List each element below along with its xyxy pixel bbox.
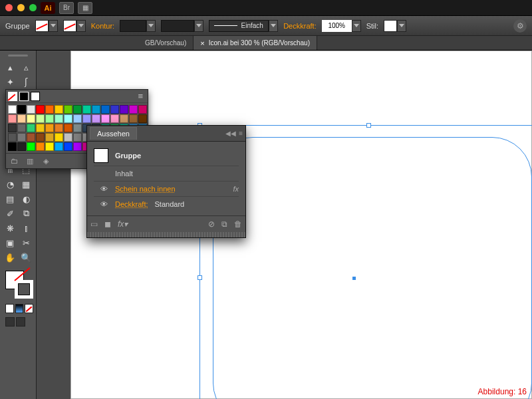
swatch-color[interactable] xyxy=(110,105,119,114)
swatch-color[interactable] xyxy=(36,133,45,142)
swatch-color[interactable] xyxy=(101,114,110,123)
visibility-toggle-icon[interactable]: 👁 xyxy=(100,185,108,193)
swatch-color[interactable] xyxy=(55,114,63,123)
color-mode-button[interactable] xyxy=(5,304,14,313)
slice-tool[interactable]: ✂ xyxy=(19,236,33,249)
swatch-color[interactable] xyxy=(120,114,128,123)
stroke-weight-dropdown[interactable] xyxy=(146,20,156,32)
selection-tool[interactable]: ▴ xyxy=(3,61,17,74)
swatch-color[interactable] xyxy=(73,114,82,123)
swatch-color[interactable] xyxy=(101,105,110,114)
swatch-none[interactable] xyxy=(8,92,17,101)
duplicate-item[interactable]: ⧉ xyxy=(221,219,227,229)
swatch-color[interactable] xyxy=(138,114,147,123)
panel-resize-grip[interactable] xyxy=(87,232,245,237)
swatch-color[interactable] xyxy=(8,114,17,123)
swatch-libraries-menu[interactable]: 🗀 xyxy=(9,156,19,166)
swatch-color[interactable] xyxy=(17,133,26,142)
variable-width-field[interactable] xyxy=(161,20,194,32)
swatch-color[interactable] xyxy=(8,142,17,151)
swatch-color[interactable] xyxy=(45,124,54,132)
stroke-color-swatch[interactable] xyxy=(63,20,76,32)
swatch-color[interactable] xyxy=(36,142,45,151)
close-tab-icon[interactable]: × xyxy=(200,39,204,47)
show-swatch-kinds[interactable]: ▥ xyxy=(25,156,35,166)
swatch-color[interactable] xyxy=(45,114,54,123)
swatch-color[interactable] xyxy=(73,142,82,151)
swatch-color[interactable] xyxy=(129,105,138,114)
swatch-color[interactable] xyxy=(17,114,26,123)
bridge-button[interactable]: Br xyxy=(59,2,74,14)
collapse-panel-icon[interactable]: ◀◀ xyxy=(225,130,236,137)
swatch-color[interactable] xyxy=(64,124,72,132)
swatch-color[interactable] xyxy=(36,105,45,114)
swatch-color[interactable] xyxy=(64,105,72,114)
swatch-color[interactable] xyxy=(73,105,82,114)
zoom-tool[interactable]: 🔍 xyxy=(19,251,33,264)
brush-definition[interactable]: Einfach xyxy=(209,20,269,32)
add-new-stroke[interactable]: ▭ xyxy=(90,219,98,229)
lasso-tool[interactable]: ʃ xyxy=(19,75,33,88)
opacity-dropdown[interactable] xyxy=(352,20,361,32)
swatch-color[interactable] xyxy=(138,105,147,114)
appearance-contents-row[interactable]: Inhalt xyxy=(94,166,239,181)
clear-appearance[interactable]: ⊘ xyxy=(208,219,215,229)
delete-item[interactable]: 🗑 xyxy=(234,219,242,229)
swatch-color[interactable] xyxy=(17,124,26,132)
swatch-color[interactable] xyxy=(120,105,128,114)
eyedropper-tool[interactable]: ✐ xyxy=(3,207,17,220)
stroke-weight-field[interactable] xyxy=(120,20,146,32)
artboard-tool[interactable]: ▣ xyxy=(3,236,17,249)
swatch-color[interactable] xyxy=(73,133,82,142)
document-tab-1[interactable]: GB/Vorschau) xyxy=(0,36,194,50)
fx-badge[interactable]: fx xyxy=(233,185,239,193)
hand-tool[interactable]: ✋ xyxy=(3,251,17,264)
arrange-documents-button[interactable]: ▦ xyxy=(78,2,92,14)
resize-handle[interactable] xyxy=(198,275,202,280)
swatch-color[interactable] xyxy=(55,133,63,142)
swatch-color[interactable] xyxy=(64,142,72,151)
fill-color-swatch[interactable] xyxy=(35,20,49,32)
zoom-window-button[interactable] xyxy=(29,4,37,11)
swatches-flyout-menu[interactable]: ≡ xyxy=(138,91,146,101)
swatch-color[interactable] xyxy=(129,114,138,123)
swatch-color[interactable] xyxy=(45,105,54,114)
swatch-color[interactable] xyxy=(55,105,63,114)
swatch-color[interactable] xyxy=(27,142,35,151)
swatch-color[interactable] xyxy=(36,124,45,132)
magic-wand-tool[interactable]: ✦ xyxy=(3,75,17,88)
selected-path[interactable] xyxy=(213,137,532,399)
gradient-tool[interactable]: ◐ xyxy=(19,192,33,205)
gradient-mode-button[interactable] xyxy=(15,304,24,313)
swatch-color[interactable] xyxy=(92,114,100,123)
swatch-color[interactable] xyxy=(64,133,72,142)
appearance-effect-link[interactable]: Schein nach innen xyxy=(115,185,176,193)
appearance-opacity-row[interactable]: Deckkraft: Standard xyxy=(94,196,239,211)
blend-tool[interactable]: ⧉ xyxy=(19,207,33,220)
screen-mode-normal[interactable] xyxy=(5,317,15,327)
swatch-color[interactable] xyxy=(8,105,17,114)
document-tab-2[interactable]: × Icon.ai bei 300 % (RGB/Vorschau) xyxy=(194,36,317,50)
swatch-color[interactable] xyxy=(55,124,63,132)
perspective-tool[interactable]: ▦ xyxy=(19,178,33,191)
stroke-dropdown[interactable] xyxy=(76,20,86,32)
minimize-window-button[interactable] xyxy=(17,4,25,11)
screen-mode-full[interactable] xyxy=(16,317,25,327)
swatch-color[interactable] xyxy=(27,114,35,123)
mesh-tool[interactable]: ▤ xyxy=(3,192,17,205)
close-window-button[interactable] xyxy=(5,4,13,11)
appearance-effect-row[interactable]: Schein nach innen fx xyxy=(94,181,239,196)
swatch-color[interactable] xyxy=(8,124,17,132)
swatch-color[interactable] xyxy=(17,142,26,151)
appearance-opacity-link[interactable]: Deckkraft: xyxy=(115,200,148,208)
variable-width-dropdown[interactable] xyxy=(194,20,203,32)
swatch-options[interactable]: ◈ xyxy=(41,156,51,166)
swatch-color[interactable] xyxy=(17,105,26,114)
stroke-indicator[interactable] xyxy=(15,280,33,299)
visibility-toggle-icon[interactable]: 👁 xyxy=(100,200,108,208)
swatch-white[interactable] xyxy=(31,92,40,101)
swatch-color[interactable] xyxy=(110,114,119,123)
brush-dropdown[interactable] xyxy=(269,20,278,32)
swatch-color[interactable] xyxy=(73,124,82,132)
swatch-color[interactable] xyxy=(27,133,35,142)
